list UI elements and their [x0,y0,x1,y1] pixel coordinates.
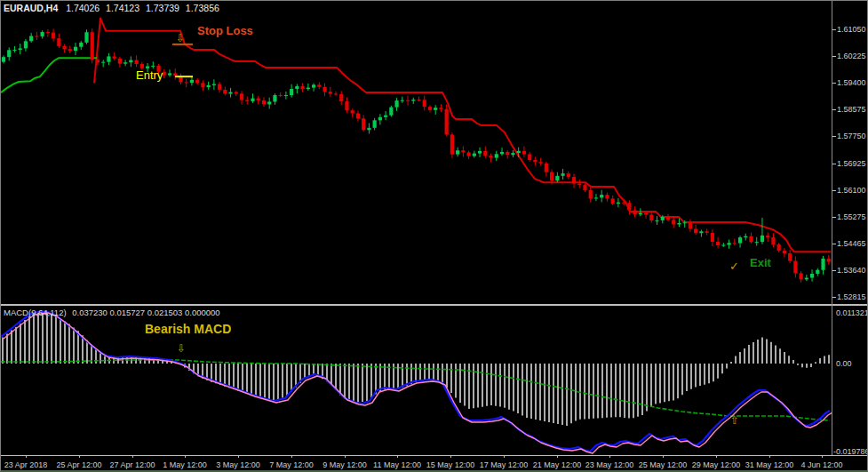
time-axis-tick [26,455,27,458]
price-axis-label: 1.60225 [837,52,866,60]
time-axis-label: 9 May 12:00 [318,460,371,469]
price-axis-tick [832,190,836,191]
time-axis-label: 3 May 12:00 [211,460,265,469]
price-axis-label: 1.53640 [837,266,866,275]
time-axis-tick [716,455,717,458]
price-axis-tick [832,56,836,57]
time-axis-label: 27 Apr 12:00 [106,460,159,469]
time-axis-tick [185,455,186,458]
time-axis-tick [504,455,505,458]
time-axis-tick [609,455,610,458]
price-axis-label: 1.61050 [837,25,866,34]
price-axis-tick [832,136,836,137]
price-axis-label: 1.59400 [837,78,866,87]
price-axis-tick [832,83,836,84]
down-arrow-icon: ⇩ [177,343,186,354]
ohlc-open: 1.74026 [66,3,100,13]
up-arrow-icon: ⇧ [730,415,739,426]
price-chart-canvas[interactable] [1,1,832,304]
time-axis-tick [132,455,133,458]
time-axis-tick [450,455,451,458]
symbol-timeframe: EURAUD,H4 [4,3,58,13]
down-arrow-icon: ⇩ [176,33,185,44]
price-axis-label: 1.52815 [837,292,866,301]
time-axis-label: 4 Jun 12:00 [795,460,848,469]
check-arrow-icon: ✓ [729,261,739,272]
macd-axis-zero-label: 0.00 [836,359,852,368]
exit-annotation: Exit [750,256,771,269]
price-axis-label: 1.57750 [837,132,866,140]
entry-annotation: Entry [136,68,163,82]
mt4-chart-window: EURAUD,H4 1.74026 1.74123 1.73739 1.7385… [0,0,868,472]
price-axis-tick [832,217,836,218]
panel-separator[interactable] [1,304,868,306]
ohlc-high: 1.74123 [106,3,139,13]
time-axis-label: 23 May 12:00 [583,460,636,469]
macd-values: 0.037230 0.015727 0.021503 0.000000 [72,308,219,317]
price-axis-tick [832,109,836,110]
time-axis-label: 23 Apr 2018 [0,460,52,469]
time-axis-tick [397,455,398,458]
time-axis-label: 1 May 12:00 [158,460,211,469]
macd-indicator-header: MACD(9,64,112) 0.037230 0.015727 0.02150… [4,308,224,317]
price-axis-tick [832,270,836,271]
price-axis-label: 1.58575 [837,105,866,114]
time-axis-label: 11 May 12:00 [370,460,424,469]
chart-title: EURAUD,H4 1.74026 1.74123 1.73739 1.7385… [4,3,223,13]
ohlc-close: 1.73856 [186,3,219,13]
time-axis-tick [557,455,558,458]
time-axis[interactable]: 23 Apr 201825 Apr 12:0027 Apr 12:001 May… [1,455,868,472]
time-axis-tick [79,455,80,458]
time-axis-tick [769,455,770,458]
macd-chart-canvas[interactable] [1,307,832,455]
time-axis-label: 29 May 12:00 [689,460,743,469]
time-axis-label: 7 May 12:00 [265,460,318,469]
time-axis-label: 25 Apr 12:00 [52,460,106,469]
price-axis-label: 1.56100 [837,186,866,195]
time-axis-label: 17 May 12:00 [477,460,530,469]
time-axis-label: 25 May 12:00 [636,460,689,469]
stop-loss-annotation: Stop Loss [197,24,253,37]
price-axis-tick [832,164,836,164]
time-axis-label: 21 May 12:00 [530,460,584,469]
time-axis-tick [291,455,292,458]
price-axis-line [832,1,832,455]
price-axis-label: 1.56925 [837,159,866,168]
time-axis-label: 31 May 12:00 [743,460,796,469]
price-axis-label: 1.55275 [837,212,866,221]
time-axis-tick [345,455,346,458]
time-axis-tick [663,455,664,458]
time-axis-tick [238,455,239,458]
ohlc-low: 1.73739 [146,3,179,13]
price-axis-tick [832,29,836,30]
macd-axis-top-label: 0.011321 [836,308,868,317]
price-axis-label: 1.54465 [837,239,866,248]
price-axis-tick [832,244,836,244]
macd-name: MACD(9,64,112) [4,308,67,317]
bearish-macd-annotation: Bearish MACD [145,322,231,336]
price-axis-tick [832,297,836,298]
time-axis-tick [822,455,823,458]
time-axis-label: 15 May 12:00 [424,460,477,469]
